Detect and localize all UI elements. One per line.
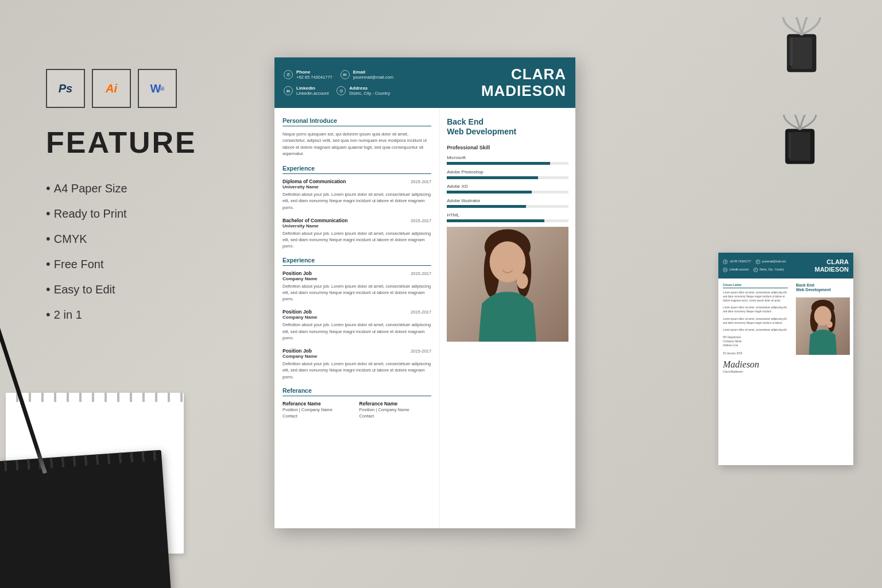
small-hr-info: HR DepartmentCompany NameAddress Line — [723, 336, 788, 347]
experience2-section: Experience Position Job 2015-2017 Compan… — [283, 257, 431, 380]
small-email: ✉ youremail@mail.com — [756, 260, 786, 264]
ref-item2: Referance Name Position | Company Name C… — [359, 401, 432, 420]
small-cover-text3: Lorem ipsum dolor sit amet, consectetuer… — [723, 318, 788, 326]
svg-rect-1 — [791, 37, 812, 69]
small-linkedin: in Linkedin.account — [723, 268, 749, 272]
svg-rect-4 — [790, 132, 810, 161]
personal-introduce-section: Personal Introduce Neque porro quisquam … — [283, 117, 431, 157]
small-phone-icon: ✆ — [723, 260, 728, 264]
binder-clip-top — [779, 17, 825, 83]
resume-contact-left: ✆ Phone +62 85 743041777 ✉ Email yourema… — [284, 69, 481, 96]
small-address-icon: ⊙ — [753, 268, 758, 272]
feature-list: A4 Paper Size Ready to Print CMYK Free F… — [46, 176, 264, 327]
exp2-item3: Position Job 2015-2017 Company Name Defi… — [283, 348, 431, 380]
feature-item-cmyk: CMYK — [46, 226, 264, 252]
exp2-item1: Position Job 2015-2017 Company Name Defi… — [283, 270, 431, 303]
skill-html: HTML — [447, 212, 568, 222]
referance-section: Referance Referance Name Position | Comp… — [283, 387, 431, 420]
small-header: ✆ +62 85 743041777 ✉ youremail@mail.com … — [718, 253, 853, 278]
software-icons: Ps Ai W ≡ — [46, 69, 264, 108]
small-cover-text: Lorem ipsum dolor sit amet, consectetuer… — [723, 291, 788, 303]
small-cover-title: Cover Letter — [723, 283, 788, 288]
exp2-item2: Position Job 2015-2017 Company Name Defi… — [283, 309, 431, 341]
address-icon: ⊙ — [336, 86, 346, 95]
contact-phone: ✆ Phone +62 85 743041777 — [284, 69, 332, 80]
feature-item-font: Free Font — [46, 252, 264, 277]
svg-point-12 — [517, 273, 528, 289]
ps-icon: Ps — [46, 69, 85, 108]
svg-rect-5 — [788, 132, 791, 158]
black-notebook — [0, 450, 172, 588]
feature-item-a4: A4 Paper Size — [46, 176, 264, 201]
intro-text: Neque porro quisquam est, qui dolorem ip… — [283, 131, 431, 157]
small-job-title: Back End Web Development — [796, 283, 850, 293]
signature: Madieson — [723, 359, 788, 370]
small-email-icon: ✉ — [756, 260, 760, 264]
small-date-info: 26 January 2018 — [723, 352, 788, 356]
phone-icon: ✆ — [284, 70, 293, 79]
exp1-item1: Diploma of Communication 2015-2017 Unive… — [283, 179, 431, 211]
small-contact: ✆ +62 85 743041777 ✉ youremail@mail.com … — [723, 260, 811, 272]
experience1-title: Experience — [283, 165, 431, 174]
resume-header: ✆ Phone +62 85 743041777 ✉ Email yourema… — [274, 57, 575, 108]
feature-section: Ps Ai W ≡ FEATURE A4 Paper Size Ready to… — [46, 69, 264, 327]
resume-left-col: Personal Introduce Neque porro quisquam … — [274, 108, 440, 528]
small-linkedin-icon: in — [723, 268, 728, 272]
skills-title: Professional Skill — [447, 145, 568, 150]
resume-name-block: CLARA MADIESON — [481, 66, 566, 99]
linkedin-icon: in — [284, 86, 293, 95]
resume-main-card: ✆ Phone +62 85 743041777 ✉ Email yourema… — [274, 57, 575, 528]
ai-icon: Ai — [92, 69, 131, 108]
small-lastname: MADIESON — [811, 266, 849, 273]
skill-microsoft: Microsoft — [447, 155, 568, 165]
sig-name: Clara Madieson — [723, 370, 788, 373]
skill-xd: Adobe XD — [447, 184, 568, 194]
resume-small-card: ✆ +62 85 743041777 ✉ youremail@mail.com … — [718, 253, 853, 465]
small-firstname: CLARA — [811, 258, 849, 265]
ref-grid: Referance Name Position | Company Name C… — [283, 401, 431, 420]
resume-body: Personal Introduce Neque porro quisquam … — [274, 108, 575, 528]
small-body: Cover Letter Lorem ipsum dolor sit amet,… — [718, 278, 853, 465]
job-title: Back End Web Development — [447, 117, 568, 137]
personal-introduce-title: Personal Introduce — [283, 117, 431, 126]
resume-right-col: Back End Web Development Professional Sk… — [440, 108, 575, 528]
small-phone: ✆ +62 85 743041777 — [723, 260, 751, 264]
feature-title: FEATURE — [46, 125, 264, 160]
contact-email: ✉ Email youremail@mail.com — [341, 69, 393, 80]
binder-clip-mid — [780, 115, 820, 175]
small-cover-text4: Lorem ipsum dolor sit amet, consectetuer… — [723, 328, 788, 332]
contact-address: ⊙ Address Distric, City - Country — [336, 86, 390, 96]
svg-rect-2 — [789, 37, 792, 66]
email-icon: ✉ — [341, 70, 350, 79]
experience1-section: Experience Diploma of Communication 2015… — [283, 165, 431, 250]
small-left-col: Cover Letter Lorem ipsum dolor sit amet,… — [718, 278, 792, 465]
feature-item-2in1: 2 in 1 — [46, 302, 264, 327]
small-address: ⊙ Distric, City - Country — [753, 268, 784, 272]
ref-item1: Referance Name Position | Company Name C… — [283, 401, 355, 420]
feature-item-edit: Easy to Edit — [46, 277, 264, 302]
referance-title: Referance — [283, 387, 431, 396]
exp1-item2: Bachelor of Communication 2015-2017 Univ… — [283, 218, 431, 250]
resume-firstname: CLARA — [481, 66, 566, 83]
signature-block: Madieson Clara Madieson — [723, 359, 788, 373]
skills-section: Professional Skill Microsoft Adobe Photo… — [447, 145, 568, 222]
skill-illustrator: Adobe Illustrator — [447, 198, 568, 208]
svg-point-19 — [827, 321, 833, 328]
skill-photoshop: Adobe Photoshop — [447, 169, 568, 179]
small-right-col: Back End Web Development — [792, 278, 853, 465]
resume-lastname: MADIESON — [481, 83, 566, 99]
resume-photo — [447, 227, 568, 342]
contact-linkedin: in Linkedin Linkedin.account — [284, 86, 328, 96]
experience2-title: Experience — [283, 257, 431, 266]
small-cover-text2: Lorem ipsum dolor sit amet, consectetuer… — [723, 306, 788, 314]
feature-item-print: Ready to Print — [46, 201, 264, 226]
word-icon: W ≡ — [138, 69, 177, 108]
small-photo — [796, 297, 850, 355]
